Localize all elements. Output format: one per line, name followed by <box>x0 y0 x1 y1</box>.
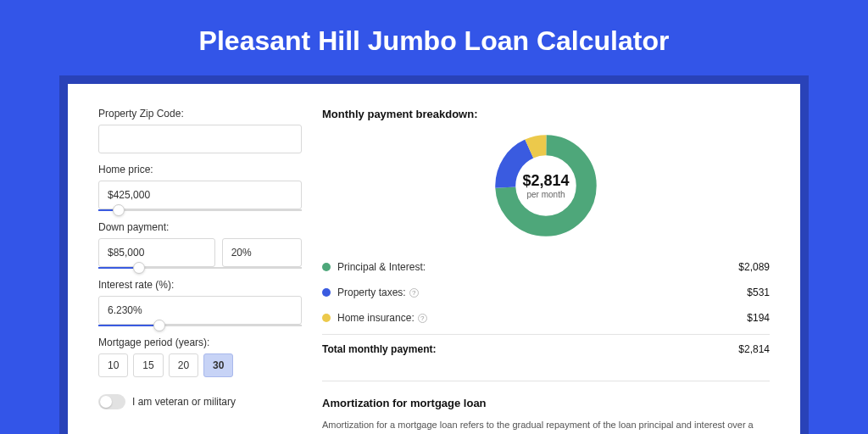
down-payment-pct-input[interactable] <box>222 238 302 267</box>
home-price-label: Home price: <box>98 164 302 175</box>
slider-thumb[interactable] <box>133 262 145 274</box>
info-icon[interactable]: ? <box>418 314 427 323</box>
calculator-card: Property Zip Code: Home price: Down paym… <box>68 84 800 434</box>
period-btn-15[interactable]: 15 <box>133 353 163 377</box>
veteran-label: I am veteran or military <box>132 396 236 408</box>
breakdown-label: Principal & Interest: <box>337 261 738 273</box>
info-icon[interactable]: ? <box>409 288 419 298</box>
donut-amount: $2,814 <box>522 172 569 190</box>
interest-input[interactable] <box>98 296 302 325</box>
period-button-group: 10 15 20 30 <box>98 353 302 377</box>
interest-slider[interactable] <box>98 325 302 326</box>
interest-label: Interest rate (%): <box>98 279 302 291</box>
dot-icon <box>322 314 331 322</box>
zip-label: Property Zip Code: <box>98 108 302 120</box>
breakdown-row-insurance: Home insurance: ? $194 <box>322 305 770 331</box>
zip-input[interactable] <box>98 125 302 153</box>
down-payment-slider[interactable] <box>98 267 302 269</box>
home-price-input[interactable] <box>98 181 302 209</box>
breakdown-label: Home insurance: ? <box>337 312 747 324</box>
veteran-row: I am veteran or military <box>98 394 302 409</box>
slider-thumb[interactable] <box>113 204 125 216</box>
page-title: Pleasant Hill Jumbo Loan Calculator <box>0 0 868 75</box>
slider-fill <box>98 325 159 326</box>
period-btn-10[interactable]: 10 <box>98 353 128 377</box>
breakdown-label: Property taxes: ? <box>337 287 747 298</box>
donut-sub: per month <box>522 190 569 199</box>
toggle-knob <box>100 396 112 408</box>
amortization-text: Amortization for a mortgage loan refers … <box>322 418 770 434</box>
veteran-toggle[interactable] <box>98 394 125 409</box>
donut-center: $2,814 per month <box>522 172 569 199</box>
card-shadow: Property Zip Code: Home price: Down paym… <box>59 75 809 434</box>
dot-icon <box>322 288 331 297</box>
dot-icon <box>322 263 331 271</box>
total-value: $2,814 <box>738 343 770 355</box>
period-btn-30[interactable]: 30 <box>203 353 233 377</box>
breakdown-row-taxes: Property taxes: ? $531 <box>322 280 770 305</box>
results-column: Monthly payment breakdown: $2,814 per mo… <box>322 108 770 416</box>
period-label: Mortgage period (years): <box>98 337 302 348</box>
total-label: Total monthly payment: <box>322 343 738 355</box>
down-payment-label: Down payment: <box>98 221 302 233</box>
breakdown-value: $2,089 <box>738 261 770 273</box>
period-btn-20[interactable]: 20 <box>169 353 198 377</box>
breakdown-row-principal: Principal & Interest: $2,089 <box>322 254 770 280</box>
down-payment-input[interactable] <box>98 238 215 267</box>
donut-chart: $2,814 per month <box>322 132 770 239</box>
amortization-title: Amortization for mortgage loan <box>322 397 770 409</box>
breakdown-total-row: Total monthly payment: $2,814 <box>322 334 770 364</box>
home-price-slider[interactable] <box>98 209 302 211</box>
amortization-section: Amortization for mortgage loan Amortizat… <box>322 381 770 434</box>
breakdown-value: $194 <box>747 312 770 324</box>
breakdown-label-text: Home insurance: <box>337 312 415 324</box>
breakdown-label-text: Property taxes: <box>337 287 406 298</box>
form-column: Property Zip Code: Home price: Down paym… <box>98 108 302 416</box>
breakdown-value: $531 <box>747 287 770 298</box>
breakdown-title: Monthly payment breakdown: <box>322 108 770 120</box>
slider-thumb[interactable] <box>153 320 165 331</box>
